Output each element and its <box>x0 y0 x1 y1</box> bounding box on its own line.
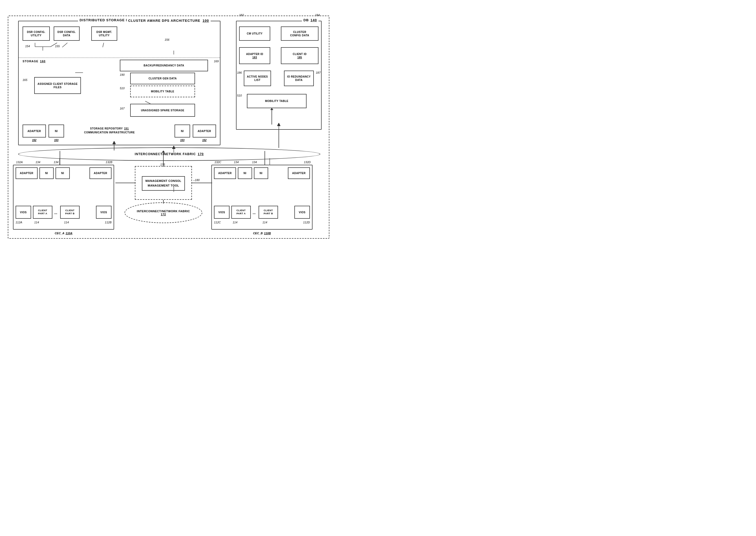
management-tool-inner: MANAGEMENT CONSOL MANAGEMENT TOOL <box>142 176 185 190</box>
cec-b-ref-132c: 132C <box>214 161 221 164</box>
cec-a-ref-112a: 112A <box>16 221 22 224</box>
cec-b-ref-134d: 134 <box>252 161 257 164</box>
cec-a-ref-114a: 114 <box>34 221 39 224</box>
dsr-to-network-line <box>114 145 114 151</box>
adapter-left-dsr: ADAPTER <box>22 124 46 138</box>
cec-a-ni-left: NI <box>40 167 54 179</box>
cec-a-ref-134a: 134 <box>36 161 40 164</box>
ref-adapter-left: 152 <box>22 139 46 142</box>
dsr-config-utility-box: DSR CONFIG. UTILITY <box>22 26 50 41</box>
ref-510a: 510 <box>120 87 124 90</box>
ref-510b: 510 <box>237 94 242 97</box>
ref-154: 154 <box>25 45 30 48</box>
cec-a-to-network-line <box>60 151 60 165</box>
ref-167: 167 <box>120 107 124 110</box>
mgmt-down-line <box>163 200 164 204</box>
dsr-mgmt-utility-box: DSR MGMT. UTILITY <box>91 26 117 41</box>
cec-a-ref-134b: 134 <box>54 161 58 164</box>
cec-a-ref-132b: 132B <box>106 161 112 164</box>
cec-b-ni-right: NI <box>254 167 268 179</box>
cec-a-ni-right: NI <box>55 167 70 179</box>
ref-ni-left: 153 <box>48 139 64 142</box>
cec-a-vios-right: VIOS <box>96 206 111 219</box>
ref-156: 156 <box>165 38 169 41</box>
dsr-box: DISTRIBUTED STORAGE REPOSITORY 150 DSR C… <box>18 21 220 145</box>
cec-a-box: 132A 134 134 132B ADAPTER NI NI ADAPTER … <box>13 165 114 230</box>
ref-184: 184 <box>315 14 320 17</box>
cec-a-ref-114b: 114 <box>64 221 69 224</box>
cec-b-ni-left: NI <box>238 167 252 179</box>
db-to-network-line <box>278 130 279 148</box>
cec-b-client-part-a: CLIENTPART A <box>231 206 251 219</box>
cec-a-ref-112b: 112B <box>105 221 111 224</box>
cec-b-vios-left: VIOS <box>214 206 230 219</box>
cec-b-client-part-b: CLIENTPART B <box>259 206 278 219</box>
cluster-config-data-box: CLUSTERCONFIG DATA <box>281 26 319 41</box>
cec-a-label: CEC_A 110A <box>55 232 72 235</box>
cec-b-ref-114c: 114 <box>233 221 237 224</box>
client-id-box: CLIENT ID 185 <box>281 47 319 64</box>
interconnect-network-fabric-170: INTERCONNECT/NETWORK FABRIC 170 <box>18 147 320 161</box>
cec-a-client-part-b: CLIENTPART B <box>60 206 79 219</box>
mobility-table-db-box: MOBILITY TABLE <box>247 94 306 108</box>
mgmt-to-cec-a-line <box>115 183 136 183</box>
cluster-gen-data-box: CLUSTER GEN DATA <box>130 73 195 84</box>
mgmt-to-cec-b-line <box>192 183 212 183</box>
cec-a-client-part-a: CLIENTPART A <box>33 206 52 219</box>
cec-b-label: CEC_B 110B <box>253 232 271 235</box>
io-redundancy-box: IO REDUNDANCY DATA <box>284 71 314 86</box>
storage-repo-comm: STORAGE REPOSITORY 151 COMMUNICATION INF… <box>67 127 152 134</box>
cec-a-adapter-right: ADAPTER <box>89 167 111 179</box>
cm-utility-box: CM UTILITY <box>239 26 270 41</box>
db-box: DB 140 182 184 CM UTILITY CLUSTERCONFIG … <box>236 21 322 130</box>
mgmt-up-arrow-line <box>163 152 164 167</box>
db-arrow-up-head <box>270 108 273 110</box>
db-arrow-up <box>271 109 272 124</box>
ref-186: 186 <box>237 71 242 74</box>
cec-b-ref-114d: 114 <box>263 221 267 224</box>
active-nodes-box: ACTIVE NODES LIST <box>244 71 271 86</box>
adapter-right-dsr: ADAPTER <box>193 124 216 138</box>
cec-b-dots: ... <box>253 211 256 215</box>
cec-a-ref-132a: 132A <box>16 161 23 164</box>
unassigned-spare-box: UNASSIGNED SPARE STORAGE <box>130 104 195 117</box>
cec-b-ref-112d: 112D <box>303 221 310 224</box>
cec-a-adapter-left: ADAPTER <box>16 167 38 179</box>
ref-ni-right: 153 <box>174 139 190 142</box>
cec-b-ref-132d: 132D <box>304 161 311 164</box>
cec-b-ref-134c: 134 <box>234 161 238 164</box>
ref-adapter-right: 152 <box>193 139 216 142</box>
cec-a-dots: ... <box>54 211 57 215</box>
ref-190: 190 <box>120 73 124 76</box>
architecture-title: CLUSTER AWARE DPS ARCHITECTURE 100 <box>127 19 210 22</box>
ref-165: 165 <box>22 78 27 82</box>
storage-label: STORAGE 160 <box>22 60 46 63</box>
backup-redundancy-box: BACKUP/REDUNDANCY DATA <box>120 60 208 71</box>
cec-b-adapter-left: ADAPTER <box>214 167 236 179</box>
cec-b-box: 132C 134 134 132D ADAPTER NI NI ADAPTER … <box>211 165 312 230</box>
cec-b-adapter-right: ADAPTER <box>288 167 310 179</box>
assigned-client-box: ASSIGNED CLIENT STORAGE FILES <box>34 77 81 94</box>
ref-187: 187 <box>316 71 321 74</box>
cec-b-to-network-line <box>265 151 265 165</box>
cec-a-vios-left: VIOS <box>16 206 31 219</box>
ref-155: 155 <box>55 45 60 48</box>
dsr-config-data-box: DSR CONFIG. DATA <box>54 26 79 41</box>
adapter-id-box: ADAPTER ID 183 <box>239 47 270 64</box>
ni-right-dsr: NI <box>174 124 190 138</box>
ref-175: 175 <box>160 163 165 166</box>
interconnect-network-fabric-172: INTERCONNECT/NETWORK FABRIC 172 <box>124 202 202 223</box>
ref-182: 182 <box>239 14 244 17</box>
ref-169: 169 <box>214 60 219 63</box>
cec-b-vios-right: VIOS <box>294 206 310 219</box>
diagram: CLUSTER AWARE DPS ARCHITECTURE 100 DISTR… <box>5 5 332 241</box>
ref-180: --180 <box>193 179 200 182</box>
db-title: DB 140 <box>302 18 319 22</box>
cec-b-ref-112c: 112C <box>214 221 221 224</box>
mobility-table-inner-box: MOBILITY TABLE <box>130 85 195 97</box>
management-consol-box: MANAGEMENT CONSOL MANAGEMENT TOOL <box>135 166 192 200</box>
ni-left-dsr: NI <box>48 124 64 138</box>
mgmt-up-arrowhead <box>162 151 165 152</box>
